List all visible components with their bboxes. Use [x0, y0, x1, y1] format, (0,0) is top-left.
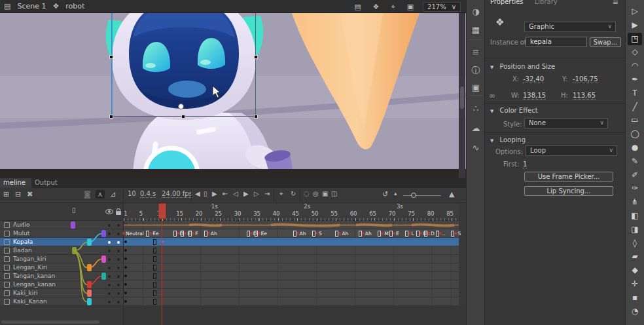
edit-scene-icon[interactable]: ▤: [354, 3, 361, 11]
layer-parent-swatch[interactable]: [101, 273, 106, 280]
layer-lock-dot[interactable]: [117, 224, 120, 227]
oval-primitive-tool[interactable]: ●: [628, 142, 642, 154]
frame-row-Lengan_kanan[interactable]: [124, 280, 459, 289]
paint-brush-tool[interactable]: ✑: [628, 182, 642, 195]
tab-output[interactable]: Output: [31, 178, 63, 188]
motion-editor-icon[interactable]: ∿: [467, 143, 485, 153]
layer-row-Kepala[interactable]: Kepala: [0, 238, 123, 246]
layer-parent-swatch[interactable]: [87, 264, 92, 271]
frame-row-Lengan_Kiri[interactable]: [124, 263, 459, 272]
y-value[interactable]: -106,75: [573, 75, 598, 83]
color-style-dropdown[interactable]: None ∨: [524, 118, 608, 128]
frame-row-Kaki_kiri[interactable]: [124, 289, 459, 297]
x-value[interactable]: -32,40: [523, 75, 544, 83]
modify-markers-button[interactable]: ◫: [331, 190, 337, 197]
frame-row-Tangan_kanan[interactable]: [124, 272, 459, 280]
layer-row-Kaki_kiri[interactable]: Kaki_kiri: [0, 289, 123, 297]
hand-tool[interactable]: ◔: [628, 305, 642, 318]
selection-tool[interactable]: ▷: [628, 5, 642, 18]
frame-row-Audio[interactable]: [124, 221, 459, 229]
use-frame-picker-button[interactable]: Use Frame Picker...: [524, 172, 613, 182]
frame-rate-indicator[interactable]: 24.00 fps: [162, 190, 192, 198]
layer-parent-swatch[interactable]: [87, 281, 92, 288]
color-panel-icon[interactable]: ◑: [467, 7, 485, 16]
oval-tool[interactable]: ◯: [628, 128, 642, 140]
selection-handle-bottom[interactable]: [181, 115, 185, 119]
tab-library[interactable]: Library: [535, 0, 558, 5]
layer-visibility-dot[interactable]: [108, 267, 111, 269]
layer-row-Tangan_kiri[interactable]: Tangan_kiri: [0, 255, 123, 263]
layer-row-Lengan_kanan[interactable]: Lengan_kanan: [0, 280, 123, 289]
graph-editor-button[interactable]: ⊿: [110, 190, 116, 199]
layer-lock-dot[interactable]: [117, 292, 120, 295]
timeline-horizontal-scrollbar[interactable]: [1, 320, 99, 324]
stage-vertical-scrollbar[interactable]: [459, 13, 465, 178]
layer-visibility-dot[interactable]: [108, 241, 111, 244]
tab-timeline[interactable]: meline: [0, 178, 31, 188]
looping-section-header[interactable]: ▼ Looping: [490, 136, 526, 143]
onion-skin-outlines-button[interactable]: ◎: [313, 190, 319, 197]
brush-tool[interactable]: ✐: [628, 169, 642, 182]
symbol-type-dropdown[interactable]: Graphic ∨: [524, 22, 616, 32]
breadcrumb-scene[interactable]: Scene 1: [17, 2, 46, 10]
loop-playback-button[interactable]: ↻: [291, 190, 296, 197]
timeline-zoom-slider-knob[interactable]: [411, 193, 416, 198]
transformation-point[interactable]: [178, 104, 184, 109]
layer-row-Badan[interactable]: Badan: [0, 246, 123, 255]
next-marker-button[interactable]: ▶: [212, 190, 217, 197]
paint-bucket-tool[interactable]: ◧: [628, 210, 642, 222]
transform-panel-icon[interactable]: ▣: [467, 83, 485, 92]
layer-parent-swatch[interactable]: [87, 239, 92, 246]
tab-properties[interactable]: Properties: [490, 0, 524, 5]
last-frame-button[interactable]: ⇥: [264, 190, 270, 197]
cc-libraries-icon[interactable]: ☁: [467, 123, 485, 133]
layer-visibility-dot[interactable]: [108, 224, 111, 227]
lock-column-icon[interactable]: [116, 211, 121, 215]
edit-multiple-frames-button[interactable]: ▣: [322, 190, 328, 197]
panel-menu-icon[interactable]: ≡: [613, 0, 618, 7]
lasso-tool[interactable]: ◠: [628, 60, 642, 72]
gradient-transform-tool[interactable]: ◇: [628, 46, 642, 58]
visibility-column-icon[interactable]: [105, 209, 113, 214]
layer-row-Lengan_Kiri[interactable]: Lengan_Kiri: [0, 263, 123, 272]
free-transform-tool[interactable]: ◳: [628, 33, 642, 45]
swatches-panel-icon[interactable]: ▦: [467, 25, 485, 35]
stage-canvas[interactable]: [0, 13, 466, 178]
eraser-tool[interactable]: ▰: [628, 250, 642, 263]
layer-row-Mulut[interactable]: Mulut: [0, 229, 123, 238]
reset-timeline-zoom-button[interactable]: ↺: [382, 190, 388, 199]
layer-lock-dot[interactable]: [117, 301, 120, 303]
layer-lock-dot[interactable]: [117, 258, 120, 261]
layer-parent-swatch[interactable]: [72, 247, 77, 254]
playhead-marker-button[interactable]: ▯: [204, 190, 207, 197]
new-folder-button[interactable]: ⊟: [15, 190, 21, 199]
selection-bounding-box[interactable]: [111, 13, 256, 117]
layer-visibility-dot[interactable]: [108, 292, 111, 295]
color-effect-section-header[interactable]: ▼ Color Effect: [490, 107, 538, 114]
eyedropper-tool[interactable]: ◊: [628, 237, 642, 250]
camera-tool[interactable]: ▪: [628, 292, 642, 304]
layer-parent-swatch[interactable]: [101, 256, 106, 263]
layer-visibility-dot[interactable]: [108, 275, 111, 278]
selection-handle-bottom-left[interactable]: [109, 115, 113, 119]
playhead[interactable]: [158, 203, 166, 219]
bone-tool[interactable]: ⋔: [628, 196, 642, 208]
layer-parent-swatch[interactable]: [101, 230, 106, 237]
step-back-button[interactable]: ◁: [233, 190, 238, 197]
link-dimensions-icon[interactable]: ∞: [489, 91, 495, 100]
first-frame-button[interactable]: ⇤: [223, 190, 228, 197]
show-parenting-view-button[interactable]: ⋏: [96, 190, 105, 199]
stage-zoom-select[interactable]: 217% ∨: [423, 2, 461, 12]
layer-row-Kaki_Kanan[interactable]: Kaki_Kanan: [0, 297, 123, 306]
zoom-in-timeline-button[interactable]: ▲: [449, 190, 454, 199]
center-playhead-button[interactable]: ⌖: [279, 190, 283, 198]
swap-button[interactable]: Swap...: [590, 37, 621, 47]
current-frame-indicator[interactable]: 10: [128, 190, 136, 197]
frame-row-Kaki_Kanan[interactable]: [124, 297, 459, 306]
layer-lock-dot[interactable]: [117, 233, 120, 235]
selection-handle-bottom-right[interactable]: [254, 115, 258, 119]
clip-content-icon[interactable]: ▣: [407, 3, 414, 11]
layer-visibility-dot[interactable]: [108, 250, 111, 252]
subselection-tool[interactable]: ▶: [628, 19, 642, 31]
zoom-out-timeline-button[interactable]: ▴: [394, 190, 397, 197]
